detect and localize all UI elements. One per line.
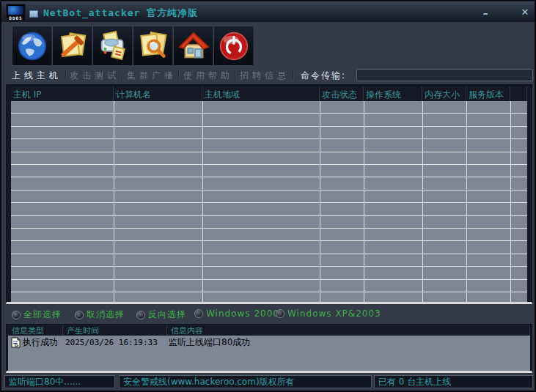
- edit-pen-icon: [56, 29, 89, 63]
- statusbar: 监听端口80中...... 安全警戒线(www.hackeroo.com)版权所…: [1, 375, 535, 389]
- radio-icon[interactable]: [136, 311, 145, 319]
- toolbar-button-globe[interactable]: [12, 26, 52, 66]
- logo-text: DDOS: [7, 15, 25, 21]
- menu-divider: [235, 70, 235, 80]
- window-badge-icon: [29, 10, 38, 18]
- host-table-body[interactable]: [11, 101, 527, 302]
- column-header-computer[interactable]: 计算机名: [114, 86, 202, 101]
- host-table: 主机 IP 计算机名 主机地域 攻击状态 操作系统 内存大小 服务版本: [6, 84, 532, 304]
- radio-invert-select[interactable]: 反向选择: [136, 308, 186, 321]
- toolbar-button-edit[interactable]: [52, 26, 92, 66]
- info-type-text: 执行成功: [23, 336, 58, 349]
- info-table: 信息类型 产生时间 信息内容 执行成功 2025/03/26 16:19:33: [6, 324, 532, 373]
- menu-item-attack-test[interactable]: 攻击测试: [70, 70, 120, 82]
- app-logo: DDOS: [6, 4, 26, 21]
- info-content-cell: 监听上线端口80成功: [169, 336, 530, 349]
- menu-divider: [122, 70, 122, 80]
- radio-icon[interactable]: [276, 309, 284, 318]
- minimize-button[interactable]: –: [477, 4, 494, 20]
- menu-item-help[interactable]: 使用帮助: [183, 70, 233, 82]
- search-docs-icon: [136, 29, 170, 63]
- column-header-memory[interactable]: 内存大小: [422, 86, 466, 101]
- status-panel-listening: 监听端口80中......: [4, 375, 115, 388]
- menu-divider: [65, 70, 66, 80]
- column-header-service[interactable]: 服务版本: [466, 86, 510, 101]
- command-transfer-label: 命令传输:: [301, 70, 346, 82]
- column-header-attack-state[interactable]: 攻击状态: [320, 86, 364, 101]
- printer-icon: [96, 29, 130, 63]
- window-title: NetBot_attacker 官方纯净版: [43, 7, 198, 20]
- info-row[interactable]: 执行成功 2025/03/26 16:19:33 监听上线端口80成功: [8, 336, 530, 350]
- netbot-window: DDOS NetBot_attacker 官方纯净版 – ✕: [0, 0, 536, 392]
- radio-label: 取消选择: [87, 308, 125, 321]
- toolbar-button-home[interactable]: [173, 26, 213, 66]
- radio-icon[interactable]: [75, 311, 84, 319]
- titlebar[interactable]: DDOS NetBot_attacker 官方纯净版 – ✕: [1, 1, 535, 22]
- status-panel-copyright: 安全警戒线(www.hackeroo.com)版权所有: [119, 375, 372, 388]
- info-type-cell: 执行成功: [8, 336, 65, 349]
- menubar: 上线主机 攻击测试 集群广播 使用帮助 招聘信息 命令传输:: [1, 67, 535, 84]
- column-header-info-content[interactable]: 信息内容: [167, 325, 530, 336]
- toolbar: [12, 26, 254, 66]
- globe-icon: [15, 29, 49, 63]
- toolbar-button-power[interactable]: [213, 26, 254, 66]
- menu-divider: [178, 70, 179, 80]
- toolbar-button-search[interactable]: [133, 26, 173, 66]
- info-table-header: 信息类型 产生时间 信息内容: [8, 325, 530, 336]
- radio-windows-xp2003[interactable]: Windows XP&2003: [276, 308, 381, 319]
- power-icon: [217, 29, 251, 63]
- column-header-info-type[interactable]: 信息类型: [8, 325, 63, 336]
- note-icon: [11, 337, 21, 348]
- radio-icon[interactable]: [12, 311, 21, 319]
- radio-windows-2000[interactable]: Windows 2000: [194, 308, 279, 319]
- radio-icon[interactable]: [194, 309, 203, 318]
- column-header-region[interactable]: 主机地域: [202, 86, 320, 101]
- column-header-os[interactable]: 操作系统: [364, 86, 422, 101]
- info-time-cell: 2025/03/26 16:19:33: [65, 338, 169, 347]
- radio-label: 反向选择: [148, 308, 186, 321]
- host-table-header: 主机 IP 计算机名 主机地域 攻击状态 操作系统 内存大小 服务版本: [11, 86, 527, 101]
- menu-divider: [293, 70, 293, 80]
- logo-image: [8, 6, 23, 15]
- column-header-host-ip[interactable]: 主机 IP: [11, 86, 114, 101]
- radio-cancel-select[interactable]: 取消选择: [75, 308, 125, 321]
- toolbar-button-printer[interactable]: [92, 26, 133, 66]
- selection-row: 全部选择 取消选择 反向选择 Windows 2000 Windows XP&2…: [1, 306, 535, 324]
- column-header-time[interactable]: 产生时间: [63, 325, 167, 336]
- home-icon: [177, 29, 210, 63]
- status-panel-host-count: 已有 0 台主机上线: [374, 375, 533, 388]
- close-button[interactable]: ✕: [516, 4, 534, 20]
- radio-label: Windows 2000: [206, 308, 279, 319]
- menu-item-online-hosts[interactable]: 上线主机: [12, 70, 62, 82]
- menu-item-recruit-info[interactable]: 招聘信息: [240, 70, 290, 82]
- command-transfer-input[interactable]: [356, 69, 533, 81]
- radio-label: Windows XP&2003: [287, 308, 381, 319]
- menu-item-cluster-broadcast[interactable]: 集群广播: [127, 70, 177, 82]
- radio-label: 全部选择: [23, 308, 62, 321]
- column-header-filler: [510, 86, 527, 101]
- info-table-body[interactable]: 执行成功 2025/03/26 16:19:33 监听上线端口80成功: [8, 336, 530, 371]
- radio-select-all[interactable]: 全部选择: [12, 308, 62, 321]
